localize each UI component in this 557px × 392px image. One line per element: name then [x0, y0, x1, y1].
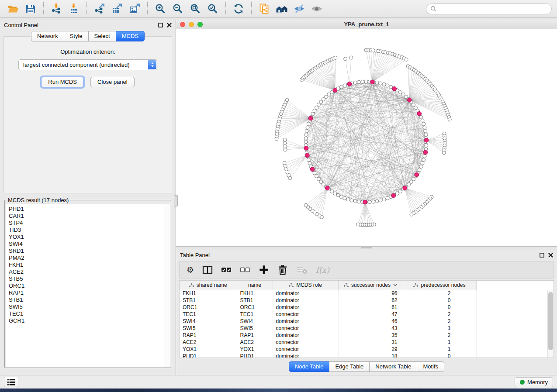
cell-successor-nodes[interactable]: 31 — [338, 339, 403, 346]
refresh-layout-button[interactable] — [231, 2, 246, 16]
open-file-button[interactable] — [5, 2, 21, 16]
close-panel-icon[interactable] — [548, 253, 553, 258]
close-panel-button[interactable]: Close panel — [90, 77, 135, 87]
tab-style[interactable]: Style — [64, 31, 89, 41]
table-row[interactable]: FKH1 FKH1 dominator 96 2 — [180, 290, 554, 297]
search-input[interactable] — [439, 6, 547, 12]
cell-shared-name[interactable]: RAP1 — [180, 332, 237, 339]
cell-mcds-role[interactable]: connector — [273, 325, 338, 332]
cell-shared-name[interactable]: STB1 — [180, 297, 237, 304]
splitter-handle[interactable] — [361, 247, 372, 249]
column-header-successor-nodes[interactable]: successor nodes — [338, 281, 403, 290]
delete-column-button[interactable] — [277, 265, 288, 275]
column-header-mcds-role[interactable]: MCDS role — [273, 281, 338, 290]
tab-motifs[interactable]: Motifs — [417, 361, 444, 372]
close-window-button[interactable] — [180, 22, 185, 27]
cell-successor-nodes[interactable]: 62 — [338, 297, 403, 304]
mcds-result-item[interactable]: TID3 — [9, 227, 164, 234]
maximize-window-button[interactable] — [197, 22, 203, 27]
cell-name[interactable]: SWI4 — [237, 318, 273, 325]
table-row[interactable]: RAP1 RAP1 dominator 35 2 — [180, 332, 554, 339]
tab-node-table[interactable]: Node Table — [289, 361, 330, 372]
mcds-result-item[interactable]: CAR1 — [9, 213, 164, 220]
hide-selected-button[interactable] — [291, 2, 307, 16]
cell-predecessor-nodes[interactable]: 2 — [403, 332, 476, 339]
cell-predecessor-nodes[interactable]: 1 — [403, 339, 476, 346]
tab-edge-table[interactable]: Edge Table — [329, 361, 370, 372]
import-table-button[interactable] — [66, 2, 82, 16]
mcds-result-item[interactable]: PHD1 — [9, 206, 164, 213]
table-scrollbar[interactable] — [547, 290, 554, 358]
network-titlebar[interactable]: YPA_prune.txt_1 — [176, 20, 557, 29]
cell-name[interactable]: ORC1 — [237, 304, 273, 311]
panel-splitter-handle[interactable] — [174, 195, 178, 206]
cell-predecessor-nodes[interactable]: 1 — [403, 346, 476, 353]
result-list-scrollbar[interactable] — [164, 204, 170, 367]
cell-name[interactable]: ACE2 — [237, 339, 273, 346]
cell-shared-name[interactable]: YOX1 — [180, 346, 237, 353]
save-session-button[interactable] — [23, 2, 38, 16]
run-mcds-button[interactable]: Run MCDS — [41, 77, 84, 87]
cell-shared-name[interactable]: FKH1 — [180, 290, 237, 297]
cell-mcds-role[interactable]: dominator — [273, 332, 338, 339]
search-box[interactable] — [426, 3, 552, 14]
cell-successor-nodes[interactable]: 96 — [338, 290, 403, 297]
cell-name[interactable]: FKH1 — [237, 290, 273, 297]
cell-name[interactable]: STB1 — [237, 297, 273, 304]
mcds-result-item[interactable]: RAP1 — [9, 289, 164, 296]
first-neighbors-button[interactable] — [274, 2, 290, 16]
mcds-result-item[interactable]: GCR1 — [9, 317, 164, 324]
network-canvas[interactable] — [176, 29, 557, 246]
cell-predecessor-nodes[interactable]: 2 — [403, 311, 476, 318]
export-image-button[interactable] — [127, 2, 142, 16]
cell-shared-name[interactable]: SWI5 — [180, 325, 237, 332]
cell-shared-name[interactable]: SWI4 — [180, 318, 237, 325]
network-graph[interactable] — [176, 29, 556, 246]
mcds-result-item[interactable]: STB5 — [9, 275, 164, 282]
mcds-result-item[interactable]: STB1 — [9, 296, 164, 303]
cell-mcds-role[interactable]: dominator — [273, 304, 338, 311]
cell-successor-nodes[interactable]: 61 — [338, 304, 403, 311]
cell-mcds-role[interactable]: dominator — [273, 353, 338, 358]
panel-selector-button[interactable] — [4, 377, 18, 387]
close-panel-icon[interactable] — [167, 23, 172, 28]
mcds-result-item[interactable]: YOX1 — [9, 234, 164, 241]
table-row[interactable]: PHD1 PHD1 dominator 18 0 — [180, 353, 554, 358]
cell-name[interactable]: RAP1 — [237, 332, 273, 339]
table-row[interactable]: ORC1 ORC1 dominator 61 0 — [180, 304, 554, 311]
horizontal-splitter[interactable] — [176, 246, 557, 250]
mcds-result-item[interactable]: SWI4 — [9, 241, 164, 248]
cell-mcds-role[interactable]: dominator — [273, 318, 338, 325]
cell-mcds-role[interactable]: connector — [273, 346, 338, 353]
mcds-result-item[interactable]: ACE2 — [9, 268, 164, 275]
table-row[interactable]: TEC1 TEC1 connector 47 2 — [180, 311, 554, 318]
import-network-button[interactable] — [48, 2, 64, 16]
deselect-all-rows-button[interactable] — [240, 265, 250, 275]
float-panel-icon[interactable] — [158, 23, 163, 28]
table-row[interactable]: ACE2 ACE2 connector 31 1 — [180, 339, 554, 346]
cell-mcds-role[interactable]: dominator — [273, 297, 338, 304]
cell-predecessor-nodes[interactable]: 1 — [403, 325, 476, 332]
mcds-result-item[interactable]: SRD1 — [9, 248, 164, 254]
cell-successor-nodes[interactable]: 29 — [338, 346, 403, 353]
minimize-window-button[interactable] — [189, 22, 194, 27]
column-header-shared-name[interactable]: shared name — [180, 281, 237, 290]
cell-successor-nodes[interactable]: 47 — [338, 311, 403, 318]
zoom-selected-button[interactable] — [205, 2, 221, 16]
column-header-name[interactable]: name — [237, 281, 273, 290]
cell-name[interactable]: PHD1 — [237, 353, 273, 358]
float-panel-icon[interactable] — [540, 253, 544, 258]
cell-mcds-role[interactable]: connector — [273, 311, 338, 318]
cell-successor-nodes[interactable]: 43 — [338, 325, 403, 332]
column-header-predecessor-nodes[interactable]: predecessor nodes — [403, 281, 476, 290]
zoom-fit-button[interactable] — [187, 2, 203, 16]
cell-mcds-role[interactable]: dominator — [273, 290, 338, 297]
mcds-result-item[interactable]: ORC1 — [9, 282, 164, 289]
mcds-result-item[interactable]: FKH1 — [9, 261, 164, 268]
cell-successor-nodes[interactable]: 46 — [338, 318, 403, 325]
cell-shared-name[interactable]: PHD1 — [180, 353, 237, 358]
mcds-result-item[interactable]: SWI5 — [9, 303, 164, 310]
cell-successor-nodes[interactable]: 35 — [338, 332, 403, 339]
show-all-button[interactable] — [309, 2, 325, 16]
zoom-out-button[interactable] — [170, 2, 186, 16]
